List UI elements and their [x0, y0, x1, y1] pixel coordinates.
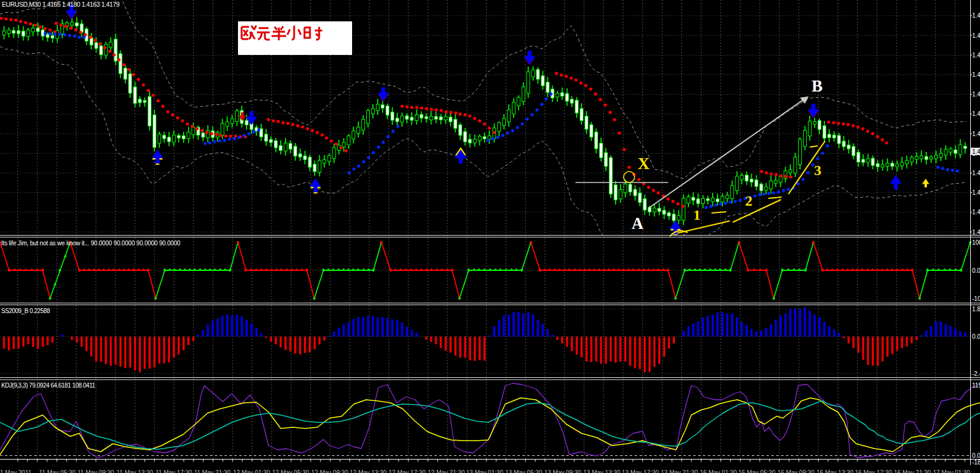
- svg-text:12 May 21:30: 12 May 21:30: [428, 469, 465, 473]
- svg-text:1.41: 1.41: [972, 91, 980, 98]
- svg-text:A: A: [632, 214, 644, 233]
- svg-text:11 May 05:30: 11 May 05:30: [39, 469, 76, 473]
- svg-text:16 May 17:30: 16 May 17:30: [855, 469, 892, 473]
- svg-text:13 May 01:30: 13 May 01:30: [466, 469, 503, 473]
- svg-text:16 May 21:30: 16 May 21:30: [894, 469, 931, 473]
- svg-text:EURUSD,M30 1.4165 1.4180 1.41: EURUSD,M30 1.4165 1.4180 1.4163 1.4179: [2, 1, 120, 8]
- svg-text:3: 3: [814, 162, 821, 178]
- svg-text:X: X: [638, 154, 650, 173]
- svg-text:1 May 2011: 1 May 2011: [0, 469, 32, 473]
- svg-text:1.41: 1.41: [972, 131, 980, 137]
- svg-text:13 May 17:30: 13 May 17:30: [622, 469, 659, 473]
- svg-text:16 May 13:30: 16 May 13:30: [816, 469, 854, 473]
- svg-text:12 May 13:30: 12 May 13:30: [350, 469, 387, 473]
- svg-text:11 May 17:30: 11 May 17:30: [156, 469, 192, 473]
- svg-text:1.41: 1.41: [972, 170, 980, 176]
- svg-text:11 May 13:30: 11 May 13:30: [117, 469, 153, 473]
- svg-text:0.0: 0.0: [972, 267, 980, 274]
- svg-text:1: 1: [693, 207, 701, 223]
- svg-text:11 May 09:30: 11 May 09:30: [77, 469, 114, 473]
- svg-text:13 May 13:30: 13 May 13:30: [583, 469, 621, 473]
- svg-text:12 May 17:30: 12 May 17:30: [389, 469, 426, 473]
- svg-text:0.0: 0.0: [972, 452, 980, 459]
- svg-text:100: 100: [972, 239, 980, 246]
- svg-text:1.41: 1.41: [972, 110, 980, 117]
- svg-text:12 May 01:30: 12 May 01:30: [233, 469, 270, 473]
- svg-text:-10: -10: [972, 295, 980, 302]
- svg-text:1.41: 1.41: [972, 229, 980, 236]
- svg-text:SS2009_B 0.22588: SS2009_B 0.22588: [1, 308, 50, 314]
- svg-text:KDJ(9,3,3) 79.0924 64.6181 108: KDJ(9,3,3) 79.0924 64.6181 108.0411: [1, 382, 96, 389]
- svg-text:Its life Jim, but not as we kn: Its life Jim, but not as we know it... 9…: [1, 240, 181, 247]
- svg-text:12 May 09:30: 12 May 09:30: [311, 469, 348, 473]
- svg-text:2: 2: [745, 193, 752, 209]
- svg-text:115: 115: [972, 382, 980, 389]
- svg-text:13 May 09:30: 13 May 09:30: [544, 469, 582, 473]
- svg-text:0.0: 0.0: [972, 333, 980, 340]
- svg-text:-18: -18: [972, 459, 980, 466]
- svg-text:1.41: 1.41: [972, 32, 980, 39]
- svg-text:11 May 21:30: 11 May 21:30: [194, 469, 231, 473]
- svg-text:1.8: 1.8: [972, 306, 980, 312]
- svg-text:1.41: 1.41: [972, 52, 980, 59]
- svg-text:12 May 05:30: 12 May 05:30: [272, 469, 309, 473]
- svg-text:1.41: 1.41: [972, 148, 980, 155]
- svg-text:B: B: [812, 77, 823, 95]
- svg-text:17 May 01:30: 17 May 01:30: [933, 469, 970, 473]
- svg-text:16 May 09:30: 16 May 09:30: [777, 469, 815, 473]
- svg-text:1.41: 1.41: [972, 189, 980, 196]
- svg-text:13 May 21:30: 13 May 21:30: [661, 469, 698, 473]
- svg-text:-2.4: -2.4: [972, 370, 980, 377]
- svg-text:16 May 01:30: 16 May 01:30: [700, 469, 737, 473]
- svg-text:1.41: 1.41: [972, 12, 980, 19]
- svg-text:1.41: 1.41: [972, 71, 980, 78]
- svg-text:1.41: 1.41: [972, 209, 980, 215]
- svg-text:13 May 05:30: 13 May 05:30: [505, 469, 542, 473]
- svg-text:16 May 05:30: 16 May 05:30: [738, 469, 776, 473]
